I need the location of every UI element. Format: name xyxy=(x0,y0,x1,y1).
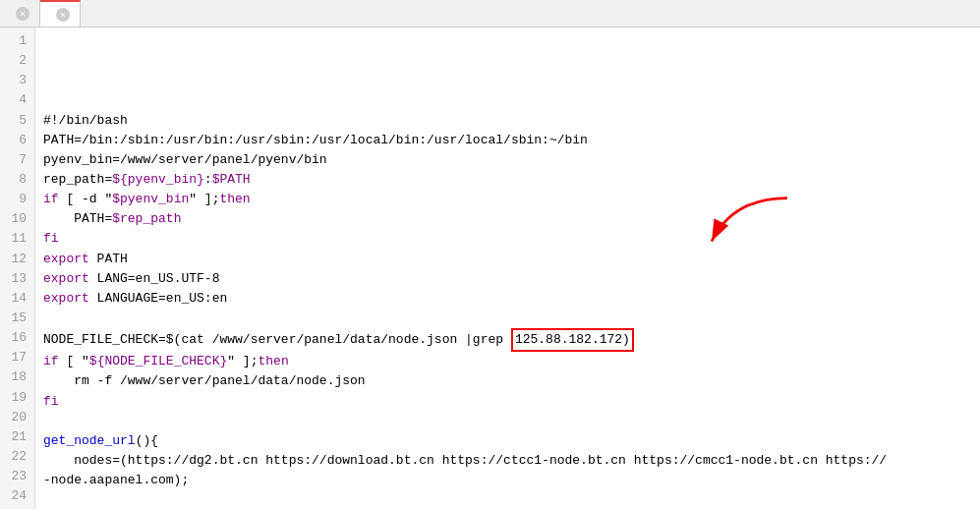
table-row: nodes=(https://dg2.bt.cn https://downloa… xyxy=(43,451,972,471)
tab-nginx-close[interactable]: ✕ xyxy=(16,7,29,21)
table-row: get_node_url(){ xyxy=(43,431,972,451)
table-row: export LANG=en_US.UTF-8 xyxy=(43,269,972,289)
table-row xyxy=(43,309,972,328)
table-row xyxy=(43,490,972,509)
table-row: #!/bin/bash xyxy=(43,111,972,131)
tab-nginx[interactable]: ✕ xyxy=(0,0,40,27)
table-row: if [ -d "$pyenv_bin" ];then xyxy=(43,190,972,209)
table-row: export PATH xyxy=(43,250,972,269)
table-row: pyenv_bin=/www/server/panel/pyenv/bin xyxy=(43,150,972,170)
code-area: 1234567891011121314151617181920212223242… xyxy=(0,28,980,509)
table-row xyxy=(43,412,972,431)
table-row: fi xyxy=(43,229,972,249)
code-content[interactable]: #!/bin/bashPATH=/bin:/sbin:/usr/bin:/usr… xyxy=(35,28,980,509)
table-row: rep_path=${pyenv_bin}:$PATH xyxy=(43,170,972,190)
tab-bar: ✕ ✕ xyxy=(0,0,980,28)
table-row: PATH=/bin:/sbin:/usr/bin:/usr/sbin:/usr/… xyxy=(43,131,972,150)
table-row: NODE_FILE_CHECK=$(cat /www/server/panel/… xyxy=(43,328,972,352)
tab-public-close[interactable]: ✕ xyxy=(56,8,70,22)
table-row: if [ "${NODE_FILE_CHECK}" ];then xyxy=(43,352,972,371)
table-row: fi xyxy=(43,392,972,412)
table-row: rm -f /www/server/panel/data/node.json xyxy=(43,371,972,391)
tab-public[interactable]: ✕ xyxy=(40,0,81,27)
table-row: export LANGUAGE=en_US:en xyxy=(43,289,972,309)
table-row: PATH=$rep_path xyxy=(43,209,972,229)
line-numbers: 1234567891011121314151617181920212223242… xyxy=(0,28,35,509)
table-row: -node.aapanel.com); xyxy=(43,471,972,490)
